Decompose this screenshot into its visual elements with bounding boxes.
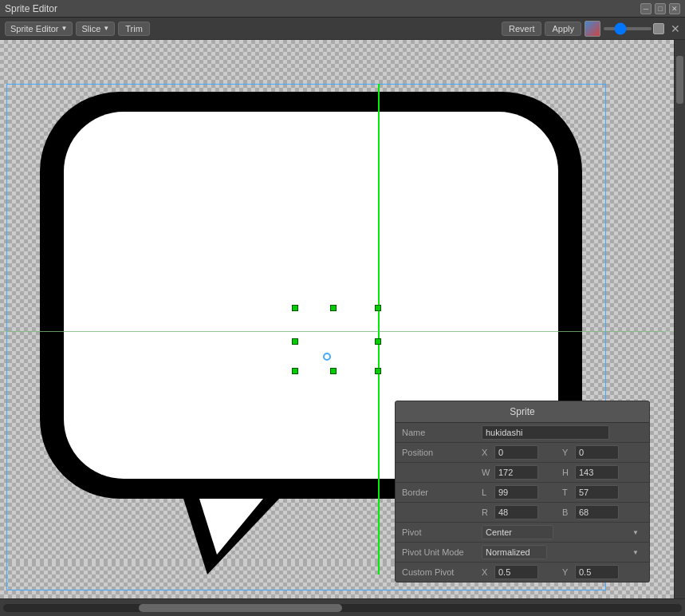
w-label: W	[482, 468, 491, 477]
zoom-slider-container	[604, 23, 664, 34]
title-bar-text: Sprite Editor	[5, 3, 57, 14]
border-t-input[interactable]	[575, 485, 619, 500]
trim-button[interactable]: Trim	[118, 22, 150, 36]
panel-header: Sprite	[396, 401, 649, 423]
border-t-group: T	[562, 485, 643, 500]
handle-mid-right[interactable]	[375, 338, 381, 345]
pivot-unit-mode-label: Pivot Unit Mode	[402, 547, 482, 557]
right-scrollbar-thumb[interactable]	[676, 56, 683, 104]
border-l-input[interactable]	[494, 485, 538, 500]
border-r-input[interactable]	[494, 505, 538, 519]
maximize-button[interactable]: □	[655, 3, 666, 14]
panel-row-pivot: Pivot Center Top Left Top Top Right Left…	[396, 523, 649, 543]
name-label: Name	[402, 428, 482, 437]
slice-dropdown[interactable]: Slice ▼	[76, 22, 115, 36]
position-label: Position	[402, 448, 482, 457]
toolbar: Sprite Editor ▼ Slice ▼ Trim Revert Appl…	[0, 18, 685, 40]
color-button[interactable]	[585, 21, 600, 37]
sprite-editor-dropdown[interactable]: Sprite Editor ▼	[5, 22, 73, 36]
panel-row-custom-pivot: Custom Pivot X Y	[396, 563, 649, 582]
border-b-input[interactable]	[575, 505, 619, 519]
right-scrollbar[interactable]	[674, 40, 685, 598]
custom-pivot-label: Custom Pivot	[402, 567, 482, 577]
r-label: R	[482, 507, 491, 517]
position-x-group: X	[482, 445, 562, 460]
zoom-slider[interactable]	[604, 27, 652, 30]
panel-row-size: W H	[396, 463, 649, 483]
b-label: B	[562, 507, 572, 517]
border-l-group: L	[482, 485, 562, 500]
custom-pivot-x-group: X	[482, 565, 562, 579]
pivot-label: Pivot	[402, 527, 482, 537]
apply-button[interactable]: Apply	[545, 22, 581, 36]
minimize-button[interactable]: ─	[640, 3, 652, 14]
name-input[interactable]	[482, 425, 609, 440]
height-input[interactable]	[575, 465, 619, 480]
pivot-select-wrapper: Center Top Left Top Top Right Left Right…	[482, 525, 643, 539]
pivot-x-label: X	[482, 567, 491, 577]
handle-bottom-left[interactable]	[292, 368, 298, 374]
pivot-unit-select-wrapper: Normalized Pixels	[482, 545, 643, 559]
scrollbar-thumb[interactable]	[139, 604, 342, 612]
custom-pivot-y-group: Y	[562, 565, 643, 579]
bottom-scrollbar[interactable]	[0, 598, 685, 616]
pivot-y-label: Y	[562, 567, 572, 577]
panel-row-position: Position X Y	[396, 443, 649, 463]
zoom-icon	[653, 23, 664, 34]
handle-top-right[interactable]	[375, 305, 381, 311]
handle-top-left[interactable]	[292, 305, 298, 311]
handle-bottom-right[interactable]	[375, 368, 381, 374]
border-b-group: B	[562, 505, 643, 519]
h-label: H	[562, 468, 572, 477]
main-area: Sprite Name Position X Y	[0, 40, 685, 598]
pivot-unit-mode-select[interactable]: Normalized Pixels	[482, 545, 547, 559]
properties-panel: Sprite Name Position X Y	[395, 401, 650, 582]
border-r-group: R	[482, 505, 562, 519]
slice-arrow-icon: ▼	[103, 25, 109, 32]
position-x-input[interactable]	[494, 445, 538, 460]
sprite-editor-arrow-icon: ▼	[61, 25, 68, 32]
handle-mid-left[interactable]	[292, 338, 298, 345]
height-group: H	[562, 465, 643, 480]
close-icon[interactable]: ✕	[671, 22, 680, 35]
pivot-select[interactable]: Center Top Left Top Top Right Left Right…	[482, 525, 553, 539]
title-bar-controls: ─ □ ✕	[640, 3, 680, 14]
l-label: L	[482, 488, 491, 497]
panel-row-name: Name	[396, 423, 649, 443]
t-label: T	[562, 488, 572, 497]
canvas-area[interactable]: Sprite Name Position X Y	[0, 40, 674, 598]
close-button[interactable]: ✕	[669, 3, 680, 14]
revert-button[interactable]: Revert	[502, 22, 541, 36]
border-label: Border	[402, 488, 482, 497]
width-input[interactable]	[494, 465, 538, 480]
custom-pivot-y-input[interactable]	[575, 565, 619, 579]
scrollbar-track[interactable]	[3, 604, 682, 612]
title-bar: Sprite Editor ─ □ ✕	[0, 0, 685, 18]
y-label: Y	[562, 448, 572, 457]
panel-row-border-rb: R B	[396, 503, 649, 523]
handle-top-center[interactable]	[330, 305, 337, 311]
position-y-group: Y	[562, 445, 643, 460]
position-y-input[interactable]	[575, 445, 619, 460]
x-label: X	[482, 448, 491, 457]
panel-row-border-lt: Border L T	[396, 483, 649, 503]
width-group: W	[482, 465, 562, 480]
custom-pivot-x-input[interactable]	[494, 565, 538, 579]
panel-row-pivot-unit-mode: Pivot Unit Mode Normalized Pixels	[396, 543, 649, 563]
handle-bottom-center[interactable]	[330, 368, 337, 374]
